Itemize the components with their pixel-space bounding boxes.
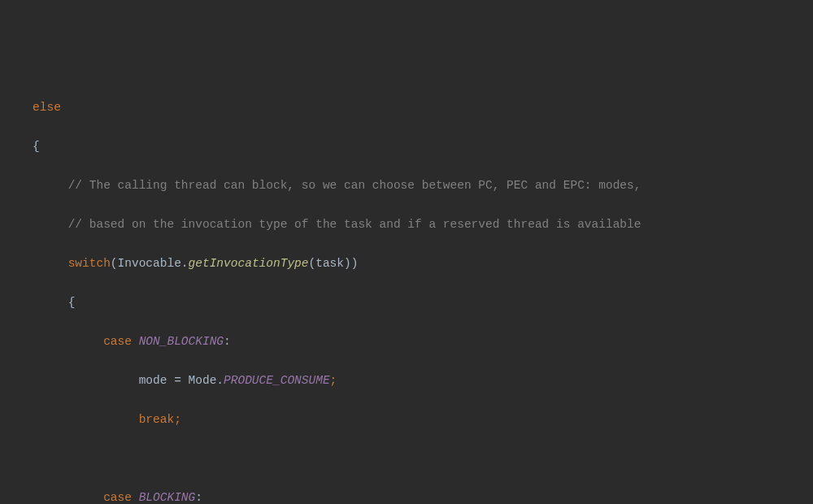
colon: : — [195, 491, 202, 504]
keyword-else: else — [33, 101, 61, 114]
ident: mode = Mode. — [139, 374, 224, 387]
code-line: else — [0, 98, 813, 117]
punct: (Invocable. — [111, 257, 189, 270]
code-line: { — [0, 293, 813, 312]
keyword-case: case — [103, 491, 132, 504]
code-line: // The calling thread can block, so we c… — [0, 176, 813, 195]
enum-const: PRODUCE_CONSUME — [224, 374, 330, 387]
code-line: // based on the invocation type of the t… — [0, 215, 813, 234]
semicolon: ; — [330, 374, 337, 387]
punct: (task)) — [309, 257, 359, 270]
code-line — [0, 449, 813, 468]
static-method: getInvocationType — [189, 257, 309, 270]
semicolon: ; — [174, 413, 181, 426]
code-line: break; — [0, 410, 813, 429]
colon: : — [224, 335, 231, 348]
keyword-case: case — [103, 335, 132, 348]
code-line: { — [0, 137, 813, 156]
comment: // The calling thread can block, so we c… — [68, 179, 641, 192]
enum-const: BLOCKING — [132, 491, 195, 504]
brace-open: { — [33, 140, 40, 153]
code-editor[interactable]: else { // The calling thread can block, … — [0, 78, 813, 504]
keyword-break: break — [139, 413, 175, 426]
code-line: case NON_BLOCKING: — [0, 332, 813, 351]
comment: // based on the invocation type of the t… — [68, 218, 641, 231]
brace-open: { — [68, 296, 76, 309]
enum-const: NON_BLOCKING — [132, 335, 224, 348]
keyword-switch: switch — [68, 257, 111, 270]
code-line: mode = Mode.PRODUCE_CONSUME; — [0, 371, 813, 390]
code-line: switch(Invocable.getInvocationType(task)… — [0, 254, 813, 273]
code-line: case BLOCKING: — [0, 488, 813, 504]
